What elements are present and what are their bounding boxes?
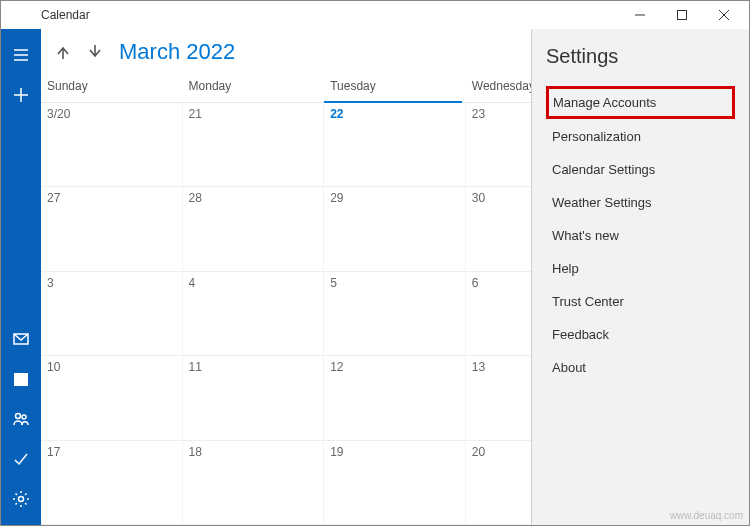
settings-item-trust-center[interactable]: Trust Center [546,286,735,317]
app-body: March 2022 Today Day SundayMondayTuesday… [1,29,749,525]
maximize-icon [677,10,687,20]
day-cell[interactable]: 5 [324,272,466,355]
day-cell[interactable]: 18 [183,441,325,524]
sidebar-top [1,35,41,115]
settings-item-manage-accounts[interactable]: Manage Accounts [546,86,735,119]
mail-button[interactable] [1,319,41,359]
gear-icon [12,490,30,508]
sidebar-bottom [1,319,41,519]
svg-point-13 [22,415,26,419]
close-button[interactable] [703,1,745,29]
settings-button[interactable] [1,479,41,519]
close-icon [719,10,729,20]
hamburger-icon [12,46,30,64]
calendar-icon [12,370,30,388]
settings-item-what-s-new[interactable]: What's new [546,220,735,251]
arrow-down-icon [87,44,103,60]
day-cell[interactable]: 11 [183,356,325,439]
mail-icon [12,330,30,348]
minimize-icon [635,10,645,20]
weekday-cell: Tuesday [324,75,466,102]
hamburger-button[interactable] [1,35,41,75]
settings-item-help[interactable]: Help [546,253,735,284]
day-cell[interactable]: 28 [183,187,325,270]
svg-rect-11 [14,373,28,376]
people-icon [12,410,30,428]
day-cell[interactable]: 29 [324,187,466,270]
watermark: www.deuaq.com [670,510,743,521]
day-cell[interactable]: 21 [183,103,325,186]
day-cell[interactable]: 10 [41,356,183,439]
svg-point-12 [16,414,21,419]
check-icon [12,450,30,468]
day-cell[interactable]: 19 [324,441,466,524]
plus-icon [12,86,30,104]
calendar-button[interactable] [1,359,41,399]
arrow-up-icon [55,44,71,60]
day-cell[interactable]: 3 [41,272,183,355]
settings-title: Settings [546,45,735,68]
settings-list: Manage AccountsPersonalizationCalendar S… [546,86,735,385]
settings-item-calendar-settings[interactable]: Calendar Settings [546,154,735,185]
settings-panel: Settings Manage AccountsPersonalizationC… [531,29,749,525]
settings-item-personalization[interactable]: Personalization [546,121,735,152]
app-window: Calendar [0,0,750,526]
day-cell[interactable]: 3/20 [41,103,183,186]
weekday-cell: Monday [183,75,325,102]
todo-button[interactable] [1,439,41,479]
day-cell[interactable]: 17 [41,441,183,524]
settings-item-feedback[interactable]: Feedback [546,319,735,350]
sidebar [1,29,41,525]
app-title: Calendar [11,8,90,22]
day-cell[interactable]: 4 [183,272,325,355]
month-label[interactable]: March 2022 [119,39,235,65]
svg-rect-1 [678,10,687,19]
weekday-cell: Sunday [41,75,183,102]
day-cell[interactable]: 27 [41,187,183,270]
window-controls [619,1,745,29]
maximize-button[interactable] [661,1,703,29]
titlebar: Calendar [1,1,749,29]
add-event-button[interactable] [1,75,41,115]
people-button[interactable] [1,399,41,439]
minimize-button[interactable] [619,1,661,29]
day-cell[interactable]: 22 [324,103,466,186]
settings-item-about[interactable]: About [546,352,735,383]
svg-point-14 [19,497,24,502]
next-month-button[interactable] [81,38,109,66]
settings-item-weather-settings[interactable]: Weather Settings [546,187,735,218]
day-cell[interactable]: 12 [324,356,466,439]
prev-month-button[interactable] [49,38,77,66]
